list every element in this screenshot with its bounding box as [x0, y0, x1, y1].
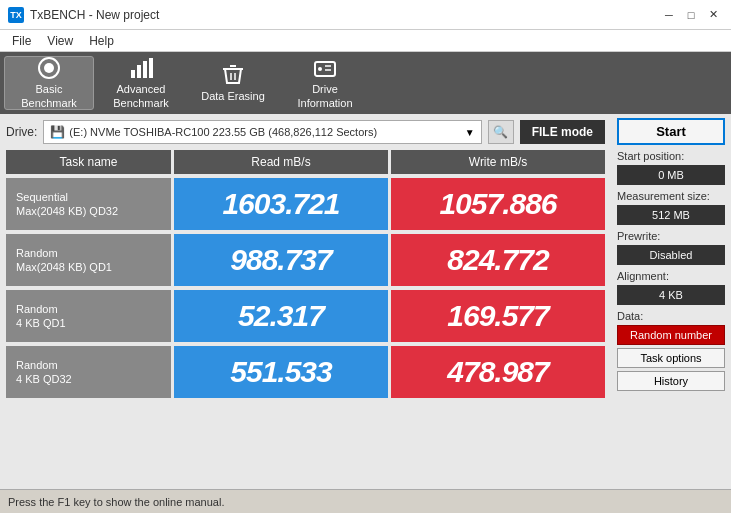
- drive-select[interactable]: 💾 (E:) NVMe TOSHIBA-RC100 223.55 GB (468…: [43, 120, 481, 144]
- title-text: TxBENCH - New project: [30, 8, 159, 22]
- drive-information-label: DriveInformation: [297, 83, 352, 109]
- title-controls: ─ □ ✕: [659, 5, 723, 25]
- dropdown-arrow-icon: ▼: [465, 127, 475, 138]
- svg-rect-5: [149, 58, 153, 78]
- bench-write-3: 478.987: [391, 346, 605, 398]
- th-task-name: Task name: [6, 150, 171, 174]
- toolbar-basic-benchmark[interactable]: BasicBenchmark: [4, 56, 94, 110]
- menu-bar: File View Help: [0, 30, 731, 52]
- task-options-button[interactable]: Task options: [617, 348, 725, 368]
- advanced-benchmark-label: AdvancedBenchmark: [113, 83, 169, 109]
- menu-help[interactable]: Help: [81, 32, 122, 50]
- toolbar: BasicBenchmark AdvancedBenchmark Data Er…: [0, 52, 731, 114]
- status-message: Press the F1 key to show the online manu…: [8, 496, 224, 508]
- alignment-label: Alignment:: [617, 270, 725, 282]
- bench-read-3: 551.533: [174, 346, 388, 398]
- bench-read-1: 988.737: [174, 234, 388, 286]
- data-value[interactable]: Random number: [617, 325, 725, 345]
- bench-write-2: 169.577: [391, 290, 605, 342]
- prewrite-value[interactable]: Disabled: [617, 245, 725, 265]
- benchmark-rows: SequentialMax(2048 KB) QD32 1603.721 105…: [6, 178, 605, 398]
- bench-read-2: 52.317: [174, 290, 388, 342]
- main-area: Drive: 💾 (E:) NVMe TOSHIBA-RC100 223.55 …: [0, 114, 731, 489]
- th-read: Read mB/s: [174, 150, 388, 174]
- title-bar: TX TxBENCH - New project ─ □ ✕: [0, 0, 731, 30]
- drive-icon: 💾: [50, 125, 65, 139]
- toolbar-advanced-benchmark[interactable]: AdvancedBenchmark: [96, 56, 186, 110]
- svg-point-11: [318, 67, 322, 71]
- drive-refresh-button[interactable]: 🔍: [488, 120, 514, 144]
- bench-name-3: Random4 KB QD32: [6, 346, 171, 398]
- status-bar: Press the F1 key to show the online manu…: [0, 489, 731, 513]
- table-row: RandomMax(2048 KB) QD1 988.737 824.772: [6, 234, 605, 286]
- toolbar-drive-information[interactable]: DriveInformation: [280, 56, 370, 110]
- svg-rect-2: [131, 70, 135, 78]
- prewrite-label: Prewrite:: [617, 230, 725, 242]
- start-position-value[interactable]: 0 MB: [617, 165, 725, 185]
- svg-point-1: [44, 63, 54, 73]
- bench-write-1: 824.772: [391, 234, 605, 286]
- drive-label: Drive:: [6, 125, 37, 139]
- bench-name-0: SequentialMax(2048 KB) QD32: [6, 178, 171, 230]
- drive-information-icon: [313, 56, 337, 80]
- close-button[interactable]: ✕: [703, 5, 723, 25]
- bench-write-0: 1057.886: [391, 178, 605, 230]
- alignment-value[interactable]: 4 KB: [617, 285, 725, 305]
- basic-benchmark-icon: [37, 56, 61, 80]
- basic-benchmark-label: BasicBenchmark: [21, 83, 77, 109]
- maximize-button[interactable]: □: [681, 5, 701, 25]
- start-position-label: Start position:: [617, 150, 725, 162]
- table-row: Random4 KB QD32 551.533 478.987: [6, 346, 605, 398]
- table-row: SequentialMax(2048 KB) QD32 1603.721 105…: [6, 178, 605, 230]
- bench-name-1: RandomMax(2048 KB) QD1: [6, 234, 171, 286]
- data-erasing-icon: [221, 63, 245, 87]
- svg-rect-3: [137, 65, 141, 78]
- measurement-size-label: Measurement size:: [617, 190, 725, 202]
- data-label: Data:: [617, 310, 725, 322]
- bench-read-0: 1603.721: [174, 178, 388, 230]
- svg-rect-4: [143, 61, 147, 78]
- advanced-benchmark-icon: [129, 56, 153, 80]
- start-button[interactable]: Start: [617, 118, 725, 145]
- th-write: Write mB/s: [391, 150, 605, 174]
- content-area: Drive: 💾 (E:) NVMe TOSHIBA-RC100 223.55 …: [0, 114, 611, 489]
- table-headers: Task name Read mB/s Write mB/s: [6, 150, 605, 174]
- data-erasing-label: Data Erasing: [201, 90, 265, 103]
- measurement-size-value[interactable]: 512 MB: [617, 205, 725, 225]
- minimize-button[interactable]: ─: [659, 5, 679, 25]
- toolbar-data-erasing[interactable]: Data Erasing: [188, 56, 278, 110]
- menu-view[interactable]: View: [39, 32, 81, 50]
- drive-bar: Drive: 💾 (E:) NVMe TOSHIBA-RC100 223.55 …: [6, 120, 605, 144]
- table-row: Random4 KB QD1 52.317 169.577: [6, 290, 605, 342]
- title-bar-left: TX TxBENCH - New project: [8, 7, 159, 23]
- app-icon: TX: [8, 7, 24, 23]
- menu-file[interactable]: File: [4, 32, 39, 50]
- history-button[interactable]: History: [617, 371, 725, 391]
- file-mode-button[interactable]: FILE mode: [520, 120, 605, 144]
- bench-name-2: Random4 KB QD1: [6, 290, 171, 342]
- right-panel: Start Start position: 0 MB Measurement s…: [611, 114, 731, 489]
- drive-value: (E:) NVMe TOSHIBA-RC100 223.55 GB (468,8…: [69, 126, 460, 138]
